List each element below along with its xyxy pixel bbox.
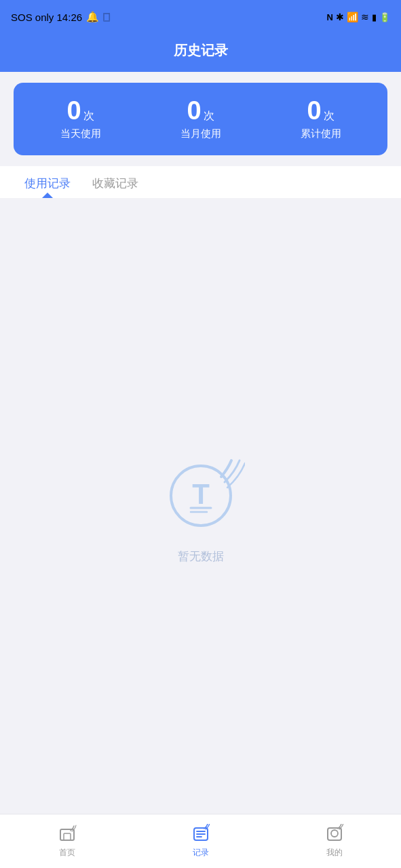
stat-total-number: 0 [307, 98, 321, 123]
page-title: 历史记录 [174, 41, 228, 60]
stat-monthly-label: 当月使用 [180, 127, 221, 140]
stat-daily-unit: 次 [83, 109, 94, 123]
nav-record-label: 记录 [193, 847, 209, 859]
header: 历史记录 [0, 34, 401, 72]
empty-state: T 暂无数据 [0, 198, 401, 868]
wifi-icon: ≋ [361, 12, 369, 22]
battery-icon: ▮ [372, 12, 377, 22]
stat-daily-number: 0 [66, 98, 81, 123]
empty-logo-icon: T [157, 448, 245, 536]
svg-point-11 [331, 830, 338, 837]
status-right: N ✱ 📶 ≋ ▮ 🔋 [327, 12, 390, 22]
home-icon [57, 824, 77, 844]
tabs: 使用记录 收藏记录 [0, 166, 401, 198]
stat-daily: 0 次 当天使用 [60, 98, 101, 140]
stat-total-label: 累计使用 [301, 127, 341, 140]
nav-home-label: 首页 [59, 847, 75, 859]
tab-indicator [42, 193, 53, 198]
tab-favorites[interactable]: 收藏记录 [81, 166, 149, 198]
status-text: SOS only 14:26 [11, 12, 82, 23]
stat-monthly-number: 0 [187, 98, 201, 123]
nav-item-home[interactable]: 首页 [0, 824, 134, 859]
stats-card: 0 次 当天使用 0 次 当月使用 0 次 累计使用 [14, 83, 387, 155]
svg-rect-5 [64, 833, 71, 840]
bell-icon: 🔔 [86, 11, 99, 23]
bluetooth-icon: ✱ [336, 12, 344, 22]
stat-monthly-unit: 次 [204, 109, 214, 123]
svg-text:T: T [192, 478, 210, 510]
nav-item-record[interactable]: 记录 [134, 824, 267, 859]
stat-total: 0 次 累计使用 [301, 98, 341, 140]
status-left: SOS only 14:26 🔔 🀆 [11, 11, 110, 23]
stat-monthly: 0 次 当月使用 [180, 98, 221, 140]
signal-icon: 📶 [347, 12, 358, 22]
nav-profile-label: 我的 [326, 847, 343, 859]
tab-usage[interactable]: 使用记录 [14, 166, 81, 198]
bottom-nav: 首页 记录 我的 [0, 814, 401, 868]
empty-text: 暂无数据 [178, 549, 224, 564]
battery-bar: 🔋 [379, 12, 390, 22]
nav-item-profile[interactable]: 我的 [267, 824, 401, 859]
stat-total-unit: 次 [324, 109, 335, 123]
sim-icon: 🀆 [103, 12, 110, 22]
status-bar: SOS only 14:26 🔔 🀆 N ✱ 📶 ≋ ▮ 🔋 [0, 0, 401, 34]
profile-icon [324, 824, 345, 844]
nfc-icon: N [327, 12, 333, 22]
stat-daily-label: 当天使用 [60, 127, 101, 140]
record-icon [191, 824, 211, 844]
